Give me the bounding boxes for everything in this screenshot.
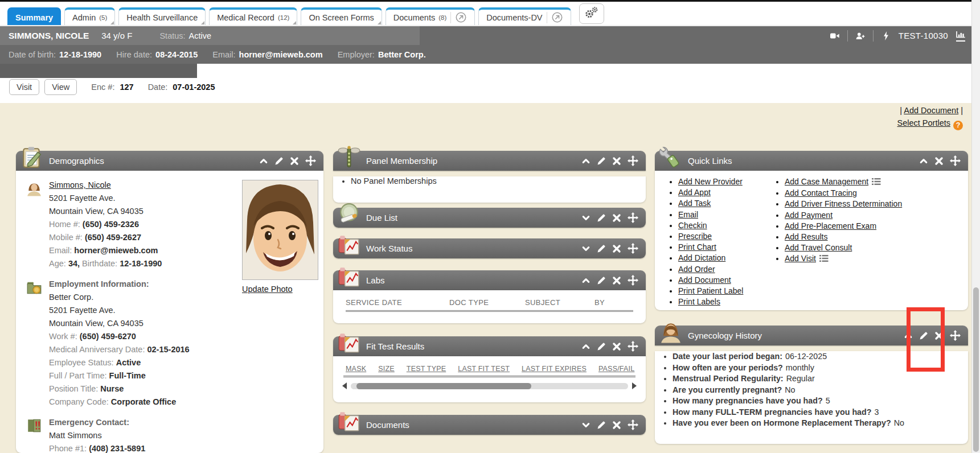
collapse-icon[interactable] [581, 276, 591, 285]
lab-chart-icon [337, 331, 361, 355]
external-link-icon[interactable] [551, 11, 563, 23]
close-icon[interactable] [934, 157, 944, 166]
patient-name-link[interactable]: Simmons, Nicole [49, 180, 111, 190]
expand-icon[interactable] [581, 244, 591, 253]
lab-chart-icon [337, 265, 361, 289]
sort-column-header[interactable]: MASK [346, 365, 366, 373]
expand-icon[interactable] [581, 213, 591, 223]
list-item: Add Contact Tracing [785, 188, 902, 199]
help-icon[interactable]: ? [953, 121, 963, 130]
answer: 5 [826, 396, 830, 405]
tab-documents-dv[interactable]: Documents-DV [478, 7, 571, 25]
move-icon[interactable] [950, 330, 961, 341]
move-icon[interactable] [628, 275, 638, 286]
move-icon[interactable] [305, 155, 316, 166]
close-icon[interactable] [612, 276, 621, 285]
tab-admin[interactable]: Admin (5) [64, 7, 115, 25]
sort-column-header[interactable]: SIZE [378, 365, 395, 373]
sort-column-header[interactable]: TEST TYPE [407, 365, 446, 373]
expand-icon[interactable] [581, 421, 591, 430]
quick-link[interactable]: Email [678, 210, 698, 219]
edit-icon[interactable] [597, 244, 606, 253]
column-header: BY [594, 298, 605, 307]
close-icon[interactable] [612, 157, 621, 166]
close-icon[interactable] [290, 157, 299, 166]
update-photo-link[interactable]: Update Photo [242, 285, 293, 294]
select-portlets-link[interactable]: Select Portlets [897, 118, 951, 127]
tab-health-surveillance[interactable]: Health Surveillance [118, 7, 206, 25]
quick-link[interactable]: Add Results [785, 232, 827, 241]
close-icon[interactable] [612, 342, 621, 351]
move-icon[interactable] [950, 155, 961, 166]
edit-icon[interactable] [597, 421, 606, 430]
tab-summary[interactable]: Summary [7, 7, 61, 25]
edit-icon[interactable] [274, 157, 284, 166]
quick-link[interactable]: Add Pre-Placement Exam [785, 221, 876, 230]
quick-link[interactable]: Add Payment [785, 211, 833, 220]
tab-medical-record[interactable]: Medical Record (12) [209, 7, 297, 25]
edit-icon[interactable] [597, 157, 606, 166]
video-camera-icon[interactable] [830, 31, 839, 40]
vertical-scrollbar-thumb[interactable] [973, 287, 979, 452]
quick-link[interactable]: Print Patient Label [678, 286, 743, 295]
tab-label: Documents-DV [486, 13, 542, 22]
quick-link[interactable]: Add Appt [678, 188, 711, 197]
quick-link[interactable]: Print Labels [678, 297, 720, 306]
lightning-icon[interactable] [881, 31, 891, 40]
tab-documents[interactable]: Documents (8) [386, 7, 475, 25]
tab-on-screen-forms[interactable]: On Screen Forms [301, 7, 382, 25]
quick-link[interactable]: Add Visit [785, 254, 816, 263]
view-button[interactable]: View [44, 79, 77, 95]
move-icon[interactable] [628, 155, 638, 166]
close-icon[interactable] [612, 213, 621, 223]
quick-link[interactable]: Add Contact Tracing [785, 188, 857, 197]
quick-link[interactable]: Add Case Management [785, 177, 868, 186]
scrollbar-thumb[interactable] [356, 383, 531, 389]
quick-link[interactable]: Add Document [678, 275, 731, 285]
edit-icon[interactable] [597, 213, 606, 223]
list-item: Add Dictation [678, 253, 775, 263]
tab-settings-button[interactable] [579, 3, 604, 24]
vertical-scrollbar[interactable] [971, 0, 980, 453]
close-icon[interactable] [612, 244, 621, 253]
scroll-left-arrow-icon[interactable] [342, 382, 347, 389]
move-icon[interactable] [628, 243, 638, 254]
collapse-icon[interactable] [259, 157, 268, 166]
quick-link[interactable]: Checkin [678, 221, 707, 230]
quick-link[interactable]: Add Task [678, 199, 711, 208]
move-icon[interactable] [628, 212, 638, 223]
sort-column-header[interactable]: PASS/FAIL [598, 365, 634, 373]
birthdate-value: 12-18-1990 [120, 259, 162, 268]
panel-membership-list: No Panel Memberships [333, 176, 646, 186]
quick-link[interactable]: Add Driver Fitness Determination [785, 199, 902, 208]
add-document-link[interactable]: Add Document [904, 106, 958, 115]
collapse-icon[interactable] [581, 157, 591, 166]
list-icon[interactable] [819, 254, 829, 265]
quick-link[interactable]: Add New Provider [678, 177, 743, 186]
collapse-icon[interactable] [919, 157, 928, 166]
move-icon[interactable] [628, 419, 638, 430]
bar-chart-icon[interactable] [956, 30, 965, 42]
edit-icon[interactable] [597, 276, 606, 285]
sort-column-header[interactable]: LAST FIT EXPIRES [522, 365, 587, 373]
move-icon[interactable] [628, 341, 638, 352]
question: Are you currently pregnant? [673, 385, 782, 394]
sort-column-header[interactable]: LAST FIT TEST [458, 365, 510, 373]
scroll-right-arrow-icon[interactable] [632, 382, 637, 389]
visit-button[interactable]: Visit [9, 79, 39, 95]
quick-link[interactable]: Print Chart [678, 242, 716, 252]
edit-icon[interactable] [597, 342, 606, 351]
list-icon[interactable] [872, 177, 881, 188]
gear-icon [584, 6, 599, 22]
quick-link[interactable]: Prescribe [678, 232, 712, 241]
quick-link[interactable]: Add Dictation [678, 253, 725, 262]
close-icon[interactable] [612, 421, 621, 430]
quick-link[interactable]: Add Travel Consult [785, 243, 852, 252]
scrollbar-track[interactable] [351, 383, 628, 389]
external-link-icon[interactable] [455, 11, 467, 23]
tab-label: Health Surveillance [126, 13, 198, 22]
add-person-icon[interactable] [856, 31, 865, 40]
phone1-value: (408) 231-5891 [89, 444, 145, 453]
quick-link[interactable]: Add Order [678, 265, 715, 274]
collapse-icon[interactable] [581, 342, 591, 351]
